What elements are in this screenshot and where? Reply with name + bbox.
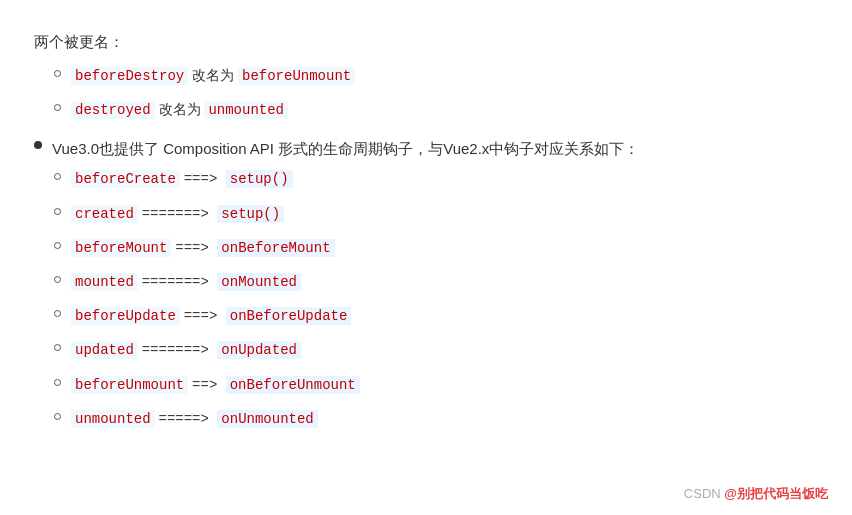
circle-bullet-bc [54,173,61,180]
code-beforemount: beforeMount [71,239,171,257]
circle-bullet-created [54,208,61,215]
code-beforeunmount: beforeUnmount [238,67,355,85]
code-beforedestroy: beforeDestroy [71,67,188,85]
arrow-updated: =======> [142,342,218,358]
hook-text-beforemount: beforeMount ===> onBeforeMount [71,235,818,261]
code-unmounted-hook: unmounted [71,410,155,428]
composition-intro-text: Vue3.0也提供了 Composition API 形式的生命周期钩子，与Vu… [52,135,818,162]
code-destroyed: destroyed [71,101,155,119]
code-created: created [71,205,138,223]
renamed-item-2-text: destroyed 改名为 unmounted [71,97,818,123]
code-onbeforeunmount: onBeforeUnmount [226,376,360,394]
hook-text-updated: updated =======> onUpdated [71,337,818,363]
code-mounted: mounted [71,273,138,291]
composition-bullet-item: Vue3.0也提供了 Composition API 形式的生命周期钩子，与Vu… [34,135,818,162]
renamed-list: beforeDestroy 改名为 beforeUnmount destroye… [54,63,818,123]
outer-list: Vue3.0也提供了 Composition API 形式的生命周期钩子，与Vu… [34,135,818,432]
hook-item-beforemount: beforeMount ===> onBeforeMount [54,235,818,261]
code-updated: updated [71,341,138,359]
hook-text-unmounted: unmounted =====> onUnmounted [71,406,818,432]
watermark: CSDN @别把代码当饭吃 [684,485,828,503]
arrow-unmounted: =====> [159,411,218,427]
bullet-dot [34,141,42,149]
hook-text-beforeunmount: beforeUnmount ==> onBeforeUnmount [71,372,818,398]
arrow-text-2: 改名为 [159,101,205,117]
arrow-bm: ===> [175,240,217,256]
renamed-item-1: beforeDestroy 改名为 beforeUnmount [54,63,818,89]
code-setup-2: setup() [217,205,284,223]
arrow-bu: ===> [184,308,226,324]
arrow-created: =======> [142,206,218,222]
hook-text-beforeupdate: beforeUpdate ===> onBeforeUpdate [71,303,818,329]
arrow-bum: ==> [192,377,226,393]
hook-item-mounted: mounted =======> onMounted [54,269,818,295]
code-unmounted-renamed: unmounted [204,101,288,119]
content-wrapper: 两个被更名： beforeDestroy 改名为 beforeUnmount d… [24,18,828,480]
code-onbeforeupdate: onBeforeUpdate [226,307,352,325]
code-onunmounted: onUnmounted [217,410,317,428]
renamed-item-1-text: beforeDestroy 改名为 beforeUnmount [71,63,818,89]
code-beforecreate: beforeCreate [71,170,180,188]
hook-item-created: created =======> setup() [54,201,818,227]
hook-item-beforeunmount: beforeUnmount ==> onBeforeUnmount [54,372,818,398]
arrow-bc: ===> [184,171,226,187]
circle-bullet-mounted [54,276,61,283]
circle-bullet-bu [54,310,61,317]
circle-bullet-updated [54,344,61,351]
circle-bullet-1 [54,70,61,77]
hook-text-mounted: mounted =======> onMounted [71,269,818,295]
code-setup-1: setup() [226,170,293,188]
circle-bullet-bm [54,242,61,249]
watermark-author: @别把代码当饭吃 [724,486,828,501]
watermark-csdn: CSDN [684,486,724,501]
arrow-text-1: 改名为 [192,67,238,83]
code-onmounted: onMounted [217,273,301,291]
hook-item-updated: updated =======> onUpdated [54,337,818,363]
code-onbeforemount: onBeforeMount [217,239,334,257]
hook-item-beforeupdate: beforeUpdate ===> onBeforeUpdate [54,303,818,329]
hooks-list: beforeCreate ===> setup() created ======… [54,166,818,432]
code-beforeunmount-hook: beforeUnmount [71,376,188,394]
circle-bullet-2 [54,104,61,111]
circle-bullet-unmounted [54,413,61,420]
circle-bullet-bum [54,379,61,386]
hook-item-unmounted: unmounted =====> onUnmounted [54,406,818,432]
composition-api-item: Vue3.0也提供了 Composition API 形式的生命周期钩子，与Vu… [34,135,818,432]
code-beforeupdate: beforeUpdate [71,307,180,325]
hook-text-created: created =======> setup() [71,201,818,227]
hook-text-beforecreate: beforeCreate ===> setup() [71,166,818,192]
intro-text: 两个被更名： [34,28,818,55]
hook-item-beforecreate: beforeCreate ===> setup() [54,166,818,192]
renamed-item-2: destroyed 改名为 unmounted [54,97,818,123]
code-onupdated: onUpdated [217,341,301,359]
arrow-mounted: =======> [142,274,218,290]
